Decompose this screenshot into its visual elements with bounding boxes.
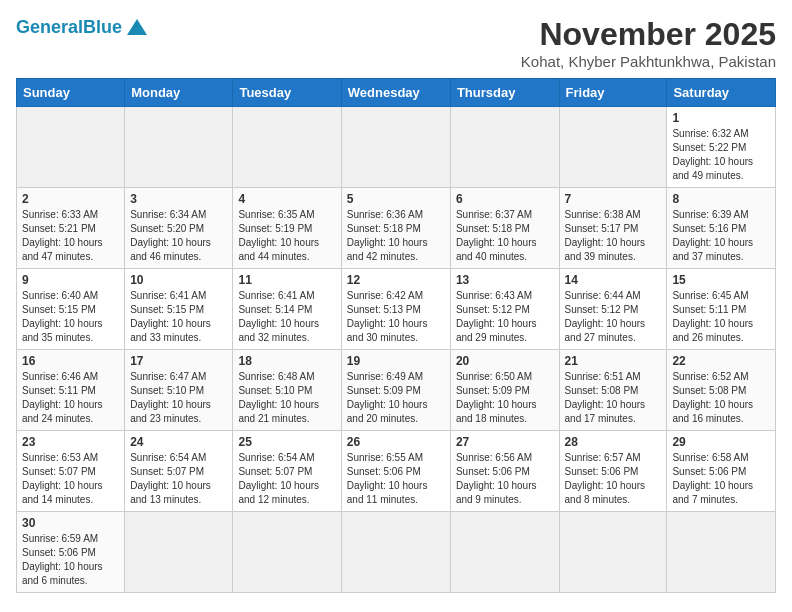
cell-info: Sunrise: 6:53 AMSunset: 5:07 PMDaylight:…	[22, 451, 119, 507]
day-number: 3	[130, 192, 227, 206]
calendar-cell: 6Sunrise: 6:37 AMSunset: 5:18 PMDaylight…	[450, 188, 559, 269]
calendar-cell	[125, 107, 233, 188]
weekday-header-monday: Monday	[125, 79, 233, 107]
calendar-cell	[125, 512, 233, 593]
weekday-header-saturday: Saturday	[667, 79, 776, 107]
cell-info: Sunrise: 6:44 AMSunset: 5:12 PMDaylight:…	[565, 289, 662, 345]
location-title: Kohat, Khyber Pakhtunkhwa, Pakistan	[521, 53, 776, 70]
title-area: November 2025 Kohat, Khyber Pakhtunkhwa,…	[521, 16, 776, 70]
day-number: 20	[456, 354, 554, 368]
cell-info: Sunrise: 6:47 AMSunset: 5:10 PMDaylight:…	[130, 370, 227, 426]
calendar-cell	[559, 107, 667, 188]
calendar-cell: 9Sunrise: 6:40 AMSunset: 5:15 PMDaylight…	[17, 269, 125, 350]
calendar-cell	[17, 107, 125, 188]
day-number: 4	[238, 192, 335, 206]
cell-info: Sunrise: 6:54 AMSunset: 5:07 PMDaylight:…	[238, 451, 335, 507]
day-number: 15	[672, 273, 770, 287]
calendar-cell	[341, 512, 450, 593]
calendar-cell	[559, 512, 667, 593]
cell-info: Sunrise: 6:32 AMSunset: 5:22 PMDaylight:…	[672, 127, 770, 183]
calendar-cell: 5Sunrise: 6:36 AMSunset: 5:18 PMDaylight…	[341, 188, 450, 269]
cell-info: Sunrise: 6:57 AMSunset: 5:06 PMDaylight:…	[565, 451, 662, 507]
cell-info: Sunrise: 6:55 AMSunset: 5:06 PMDaylight:…	[347, 451, 445, 507]
day-number: 24	[130, 435, 227, 449]
calendar-cell: 25Sunrise: 6:54 AMSunset: 5:07 PMDayligh…	[233, 431, 341, 512]
cell-info: Sunrise: 6:50 AMSunset: 5:09 PMDaylight:…	[456, 370, 554, 426]
calendar-cell: 18Sunrise: 6:48 AMSunset: 5:10 PMDayligh…	[233, 350, 341, 431]
svg-marker-0	[127, 19, 147, 35]
calendar-cell: 26Sunrise: 6:55 AMSunset: 5:06 PMDayligh…	[341, 431, 450, 512]
calendar-cell	[450, 107, 559, 188]
calendar-cell: 12Sunrise: 6:42 AMSunset: 5:13 PMDayligh…	[341, 269, 450, 350]
calendar-cell	[233, 107, 341, 188]
calendar-cell	[450, 512, 559, 593]
calendar-cell: 28Sunrise: 6:57 AMSunset: 5:06 PMDayligh…	[559, 431, 667, 512]
month-title: November 2025	[521, 16, 776, 53]
day-number: 17	[130, 354, 227, 368]
calendar-cell: 14Sunrise: 6:44 AMSunset: 5:12 PMDayligh…	[559, 269, 667, 350]
calendar-cell: 13Sunrise: 6:43 AMSunset: 5:12 PMDayligh…	[450, 269, 559, 350]
calendar-week-1: 2Sunrise: 6:33 AMSunset: 5:21 PMDaylight…	[17, 188, 776, 269]
logo-general: General	[16, 17, 83, 37]
day-number: 27	[456, 435, 554, 449]
calendar-cell: 27Sunrise: 6:56 AMSunset: 5:06 PMDayligh…	[450, 431, 559, 512]
day-number: 6	[456, 192, 554, 206]
calendar-cell: 29Sunrise: 6:58 AMSunset: 5:06 PMDayligh…	[667, 431, 776, 512]
calendar-week-5: 30Sunrise: 6:59 AMSunset: 5:06 PMDayligh…	[17, 512, 776, 593]
calendar-cell: 23Sunrise: 6:53 AMSunset: 5:07 PMDayligh…	[17, 431, 125, 512]
calendar-cell: 7Sunrise: 6:38 AMSunset: 5:17 PMDaylight…	[559, 188, 667, 269]
cell-info: Sunrise: 6:46 AMSunset: 5:11 PMDaylight:…	[22, 370, 119, 426]
day-number: 25	[238, 435, 335, 449]
weekday-header-friday: Friday	[559, 79, 667, 107]
logo: GeneralBlue	[16, 16, 148, 38]
day-number: 29	[672, 435, 770, 449]
cell-info: Sunrise: 6:37 AMSunset: 5:18 PMDaylight:…	[456, 208, 554, 264]
weekday-header-sunday: Sunday	[17, 79, 125, 107]
cell-info: Sunrise: 6:52 AMSunset: 5:08 PMDaylight:…	[672, 370, 770, 426]
day-number: 10	[130, 273, 227, 287]
calendar-cell: 19Sunrise: 6:49 AMSunset: 5:09 PMDayligh…	[341, 350, 450, 431]
weekday-header-thursday: Thursday	[450, 79, 559, 107]
calendar-cell: 17Sunrise: 6:47 AMSunset: 5:10 PMDayligh…	[125, 350, 233, 431]
cell-info: Sunrise: 6:56 AMSunset: 5:06 PMDaylight:…	[456, 451, 554, 507]
day-number: 19	[347, 354, 445, 368]
calendar-cell	[341, 107, 450, 188]
day-number: 26	[347, 435, 445, 449]
day-number: 18	[238, 354, 335, 368]
cell-info: Sunrise: 6:39 AMSunset: 5:16 PMDaylight:…	[672, 208, 770, 264]
calendar-week-2: 9Sunrise: 6:40 AMSunset: 5:15 PMDaylight…	[17, 269, 776, 350]
calendar-cell: 30Sunrise: 6:59 AMSunset: 5:06 PMDayligh…	[17, 512, 125, 593]
logo-blue: Blue	[83, 17, 122, 37]
calendar-cell: 11Sunrise: 6:41 AMSunset: 5:14 PMDayligh…	[233, 269, 341, 350]
calendar-cell: 1Sunrise: 6:32 AMSunset: 5:22 PMDaylight…	[667, 107, 776, 188]
day-number: 11	[238, 273, 335, 287]
calendar-cell: 10Sunrise: 6:41 AMSunset: 5:15 PMDayligh…	[125, 269, 233, 350]
day-number: 8	[672, 192, 770, 206]
day-number: 23	[22, 435, 119, 449]
day-number: 13	[456, 273, 554, 287]
day-number: 9	[22, 273, 119, 287]
calendar-cell: 20Sunrise: 6:50 AMSunset: 5:09 PMDayligh…	[450, 350, 559, 431]
calendar-week-4: 23Sunrise: 6:53 AMSunset: 5:07 PMDayligh…	[17, 431, 776, 512]
day-number: 16	[22, 354, 119, 368]
day-number: 14	[565, 273, 662, 287]
cell-info: Sunrise: 6:49 AMSunset: 5:09 PMDaylight:…	[347, 370, 445, 426]
cell-info: Sunrise: 6:36 AMSunset: 5:18 PMDaylight:…	[347, 208, 445, 264]
cell-info: Sunrise: 6:45 AMSunset: 5:11 PMDaylight:…	[672, 289, 770, 345]
logo-icon	[126, 16, 148, 38]
cell-info: Sunrise: 6:34 AMSunset: 5:20 PMDaylight:…	[130, 208, 227, 264]
day-number: 12	[347, 273, 445, 287]
day-number: 1	[672, 111, 770, 125]
calendar-cell: 21Sunrise: 6:51 AMSunset: 5:08 PMDayligh…	[559, 350, 667, 431]
cell-info: Sunrise: 6:38 AMSunset: 5:17 PMDaylight:…	[565, 208, 662, 264]
calendar-cell: 16Sunrise: 6:46 AMSunset: 5:11 PMDayligh…	[17, 350, 125, 431]
cell-info: Sunrise: 6:40 AMSunset: 5:15 PMDaylight:…	[22, 289, 119, 345]
cell-info: Sunrise: 6:42 AMSunset: 5:13 PMDaylight:…	[347, 289, 445, 345]
calendar: SundayMondayTuesdayWednesdayThursdayFrid…	[16, 78, 776, 593]
day-number: 21	[565, 354, 662, 368]
day-number: 2	[22, 192, 119, 206]
calendar-cell: 3Sunrise: 6:34 AMSunset: 5:20 PMDaylight…	[125, 188, 233, 269]
cell-info: Sunrise: 6:43 AMSunset: 5:12 PMDaylight:…	[456, 289, 554, 345]
calendar-week-3: 16Sunrise: 6:46 AMSunset: 5:11 PMDayligh…	[17, 350, 776, 431]
cell-info: Sunrise: 6:58 AMSunset: 5:06 PMDaylight:…	[672, 451, 770, 507]
